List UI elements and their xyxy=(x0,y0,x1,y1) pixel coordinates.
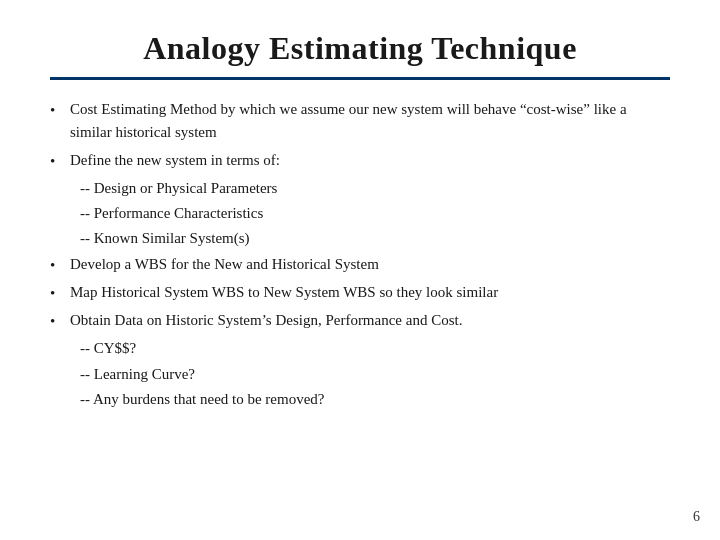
list-item: • Map Historical System WBS to New Syste… xyxy=(50,281,670,305)
bullet-icon: • xyxy=(50,98,70,122)
bullet-icon: • xyxy=(50,309,70,333)
list-item: • Define the new system in terms of: xyxy=(50,149,670,173)
bullet-text: Obtain Data on Historic System’s Design,… xyxy=(70,309,670,332)
list-item: • Develop a WBS for the New and Historic… xyxy=(50,253,670,277)
list-item: -- CY$$? xyxy=(80,337,670,360)
divider xyxy=(50,77,670,80)
sub-text: -- Performance Characteristics xyxy=(80,202,670,225)
page-number: 6 xyxy=(693,509,700,525)
list-item: -- Performance Characteristics xyxy=(80,202,670,225)
bullet-text: Cost Estimating Method by which we assum… xyxy=(70,98,670,145)
sub-text: -- CY$$? xyxy=(80,337,670,360)
bullet-text: Map Historical System WBS to New System … xyxy=(70,281,670,304)
list-item: • Obtain Data on Historic System’s Desig… xyxy=(50,309,670,333)
sub-text: -- Learning Curve? xyxy=(80,363,670,386)
bullet-icon: • xyxy=(50,281,70,305)
content-area: • Cost Estimating Method by which we ass… xyxy=(50,98,670,411)
list-item: -- Design or Physical Parameters xyxy=(80,177,670,200)
list-item: -- Known Similar System(s) xyxy=(80,227,670,250)
list-item: • Cost Estimating Method by which we ass… xyxy=(50,98,670,145)
list-item: -- Any burdens that need to be removed? xyxy=(80,388,670,411)
sub-text: -- Any burdens that need to be removed? xyxy=(80,388,670,411)
bullet-text: Define the new system in terms of: xyxy=(70,149,670,172)
sub-text: -- Design or Physical Parameters xyxy=(80,177,670,200)
slide-title: Analogy Estimating Technique xyxy=(50,30,670,67)
list-item: -- Learning Curve? xyxy=(80,363,670,386)
bullet-icon: • xyxy=(50,253,70,277)
slide: Analogy Estimating Technique • Cost Esti… xyxy=(0,0,720,540)
bullet-icon: • xyxy=(50,149,70,173)
bullet-text: Develop a WBS for the New and Historical… xyxy=(70,253,670,276)
sub-text: -- Known Similar System(s) xyxy=(80,227,670,250)
